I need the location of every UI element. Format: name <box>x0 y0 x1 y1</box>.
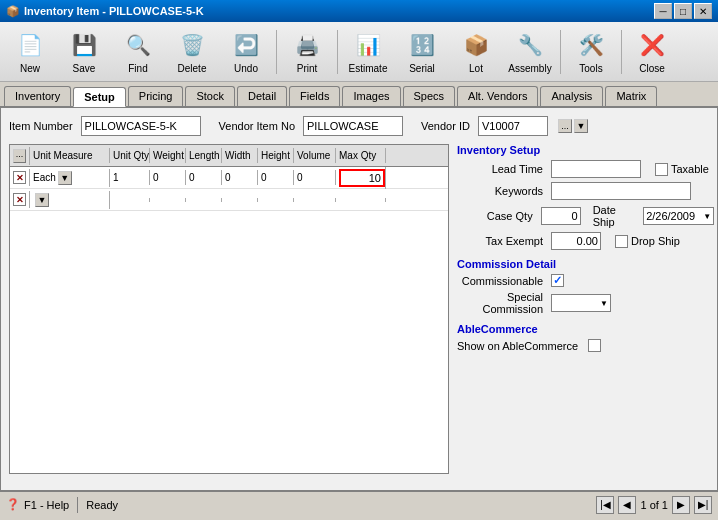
keywords-input[interactable] <box>551 182 691 200</box>
keywords-label: Keywords <box>457 185 547 197</box>
toolbar-delete-label: Delete <box>178 63 207 74</box>
toolbar-undo-label: Undo <box>234 63 258 74</box>
page-info: 1 of 1 <box>640 499 668 511</box>
max-qty-input[interactable] <box>339 169 385 187</box>
case-qty-input[interactable] <box>541 207 581 225</box>
date-ship-label: Date Ship <box>593 204 636 228</box>
tab-detail[interactable]: Detail <box>237 86 287 106</box>
tax-exempt-input[interactable] <box>551 232 601 250</box>
toolbar-tools-label: Tools <box>579 63 602 74</box>
row2-checkbox[interactable]: ✕ <box>13 193 26 206</box>
vendor-id-browse-button[interactable]: ... <box>558 119 572 133</box>
case-qty-row: Case Qty Date Ship 2/26/2009 ▼ <box>457 204 714 228</box>
grid-cell-length: 0 <box>186 170 222 185</box>
grid-col-width: Width <box>222 148 258 163</box>
vendor-id-input[interactable] <box>478 116 548 136</box>
title-bar-text: Inventory Item - PILLOWCASE-5-K <box>24 5 204 17</box>
toolbar-save-label: Save <box>73 63 96 74</box>
toolbar-undo-button[interactable]: ↩️ Undo <box>220 26 272 78</box>
tab-images[interactable]: Images <box>342 86 400 106</box>
last-page-button[interactable]: ▶| <box>694 496 712 514</box>
status-bar: ❓ F1 - Help Ready |◀ ◀ 1 of 1 ▶ ▶| <box>0 491 718 517</box>
drop-ship-checkbox[interactable] <box>615 235 628 248</box>
grid-cell-width: 0 <box>222 170 258 185</box>
grid-col-move: ··· <box>10 147 30 165</box>
toolbar-separator-1 <box>276 30 277 74</box>
toolbar-serial-button[interactable]: 🔢 Serial <box>396 26 448 78</box>
grid-header-btn[interactable]: ··· <box>13 149 26 163</box>
vendor-id-dropdown-button[interactable]: ▼ <box>574 119 588 133</box>
tab-fields[interactable]: Fields <box>289 86 340 106</box>
toolbar-separator-4 <box>621 30 622 74</box>
grid-col-unit-qty: Unit Qty <box>110 148 150 163</box>
table-row: ✕ Each ▼ 1 0 0 0 <box>10 167 448 189</box>
toolbar-estimate-button[interactable]: 📊 Estimate <box>342 26 394 78</box>
ablecommerce-title: AbleCommerce <box>457 323 714 335</box>
vendor-item-no-input[interactable] <box>303 116 403 136</box>
toolbar-new-button[interactable]: 📄 New <box>4 26 56 78</box>
tax-exempt-row: Tax Exempt Drop Ship <box>457 232 714 250</box>
tab-inventory[interactable]: Inventory <box>4 86 71 106</box>
first-page-button[interactable]: |◀ <box>596 496 614 514</box>
commissionable-label: Commissionable <box>457 275 547 287</box>
grid-row2-check: ✕ <box>10 191 30 208</box>
grid-cell-volume: 0 <box>294 170 336 185</box>
status-right: |◀ ◀ 1 of 1 ▶ ▶| <box>596 496 712 514</box>
lead-time-input[interactable] <box>551 160 641 178</box>
date-ship-dropdown[interactable]: 2/26/2009 ▼ <box>643 207 714 225</box>
prev-page-button[interactable]: ◀ <box>618 496 636 514</box>
vendor-item-no-label: Vendor Item No <box>219 120 295 132</box>
help-text: ❓ F1 - Help <box>6 498 69 511</box>
grid-col-weight: Weight <box>150 148 186 163</box>
undo-icon: ↩️ <box>230 29 262 61</box>
tab-analysis[interactable]: Analysis <box>540 86 603 106</box>
tab-alt-vendors[interactable]: Alt. Vendors <box>457 86 538 106</box>
tab-specs[interactable]: Specs <box>403 86 456 106</box>
inventory-setup-section: Inventory Setup Lead Time Taxable Keywor… <box>457 144 714 250</box>
toolbar-lot-button[interactable]: 📦 Lot <box>450 26 502 78</box>
toolbar-save-button[interactable]: 💾 Save <box>58 26 110 78</box>
special-commission-row: Special Commission ▼ <box>457 291 714 315</box>
tab-matrix[interactable]: Matrix <box>605 86 657 106</box>
grid-cell-unitqty: 1 <box>110 170 150 185</box>
grid-header: ··· Unit Measure Unit Qty Weight Length … <box>10 145 448 167</box>
help-icon: ❓ <box>6 498 20 511</box>
toolbar-find-button[interactable]: 🔍 Find <box>112 26 164 78</box>
toolbar: 📄 New 💾 Save 🔍 Find 🗑️ Delete ↩️ Undo 🖨️… <box>0 22 718 82</box>
toolbar-assembly-button[interactable]: 🔧 Assembly <box>504 26 556 78</box>
maximize-button[interactable]: □ <box>674 3 692 19</box>
taxable-wrapper: Taxable <box>655 163 709 176</box>
toolbar-print-button[interactable]: 🖨️ Print <box>281 26 333 78</box>
date-ship-arrow: ▼ <box>703 212 711 221</box>
special-commission-dropdown[interactable]: ▼ <box>551 294 611 312</box>
item-number-row: Item Number Vendor Item No Vendor ID ...… <box>9 116 709 136</box>
tab-stock[interactable]: Stock <box>185 86 235 106</box>
grid-col-max-qty: Max Qty <box>336 148 386 163</box>
inventory-setup-title: Inventory Setup <box>457 144 714 156</box>
table-row-empty: ✕ ▼ <box>10 189 448 211</box>
close-window-button[interactable]: ✕ <box>694 3 712 19</box>
minimize-button[interactable]: ─ <box>654 3 672 19</box>
tools-icon: 🛠️ <box>575 29 607 61</box>
toolbar-close-button[interactable]: ❌ Close <box>626 26 678 78</box>
toolbar-lot-label: Lot <box>469 63 483 74</box>
tab-pricing[interactable]: Pricing <box>128 86 184 106</box>
taxable-checkbox[interactable] <box>655 163 668 176</box>
item-number-label: Item Number <box>9 120 73 132</box>
toolbar-tools-button[interactable]: 🛠️ Tools <box>565 26 617 78</box>
unit-dropdown[interactable]: ▼ <box>58 171 72 185</box>
row2-unit-dropdown[interactable]: ▼ <box>35 193 49 207</box>
next-page-button[interactable]: ▶ <box>672 496 690 514</box>
help-label: F1 - Help <box>24 499 69 511</box>
item-number-input[interactable] <box>81 116 201 136</box>
row-checkbox[interactable]: ✕ <box>13 171 26 184</box>
status-left: ❓ F1 - Help Ready <box>6 497 118 513</box>
commissionable-checkbox[interactable]: ✓ <box>551 274 564 287</box>
tab-setup[interactable]: Setup <box>73 87 126 107</box>
tax-exempt-label: Tax Exempt <box>457 235 547 247</box>
show-on-checkbox[interactable] <box>588 339 601 352</box>
toolbar-delete-button[interactable]: 🗑️ Delete <box>166 26 218 78</box>
toolbar-estimate-label: Estimate <box>349 63 388 74</box>
estimate-icon: 📊 <box>352 29 384 61</box>
drop-ship-wrapper: Drop Ship <box>615 235 680 248</box>
